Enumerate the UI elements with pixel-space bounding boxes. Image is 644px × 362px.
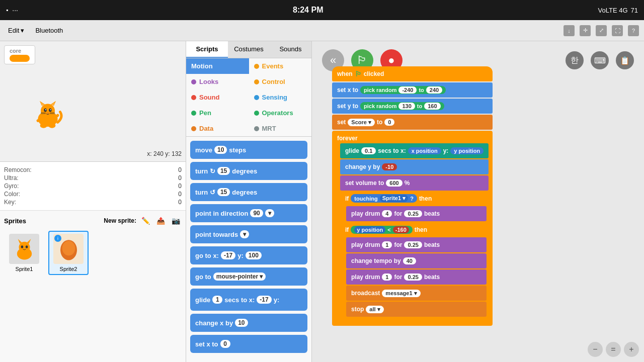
sprites-panel: Sprites New sprite: ✏️ 📤 📷 [0,211,186,362]
sb-if-body-1: play drum 4 for 0.25 beats [344,205,489,222]
svg-point-24 [25,245,28,248]
category-events[interactable]: Events [249,58,312,74]
block-move[interactable]: move 10 steps [190,141,307,159]
block-turn-ccw[interactable]: turn ↺ 15 degrees [190,183,307,201]
var-key: Key: 0 [4,198,182,206]
sb-play-drum-1[interactable]: play drum 4 for 0.25 beats [346,206,487,221]
block-goto-xy[interactable]: go to x: -17 y: 100 [190,246,307,264]
sb-change-tempo[interactable]: change tempo by 40 [346,253,487,268]
svg-point-17 [40,123,47,128]
block-point-direction[interactable]: point in direction 90 ▾ [190,204,307,222]
edit-menu[interactable]: Edit ▾ [5,25,27,36]
zoom-reset-button[interactable]: = [606,342,621,357]
tab-scripts[interactable]: Scripts [186,41,228,58]
category-data[interactable]: Data [186,121,249,136]
keyboard-icon[interactable]: ⌨ [591,51,609,69]
sb-if-touching: if touching Sprite1 ▾ ? then play drum [340,192,489,222]
mrt-dot [254,126,259,131]
block-point-towards[interactable]: point towards ▾ [190,225,307,243]
sb-set-x[interactable]: set x to pick random -240 to 240 [332,82,493,98]
motion-label: Motion [191,62,213,70]
message-dropdown[interactable]: message1 ▾ [382,290,420,297]
tab-costumes[interactable]: Costumes [228,41,270,58]
sb-set-score[interactable]: set Score ▾ to 0 [332,115,493,130]
status-right: VoLTE 4G 71 [598,7,638,14]
block-change-x[interactable]: change x by 10 [190,314,307,332]
zoom-out-button[interactable]: − [588,342,603,357]
sb-ypos-condition[interactable]: y position < -160 [351,226,412,234]
expand-icon[interactable]: ⤢ [596,25,607,36]
svg-marker-22 [27,239,31,243]
categories: Motion Events Looks Control Sound Sensin… [186,58,311,137]
toolbar: Edit ▾ Bluetooth ↓ ✛ ⤢ ⛶ ? [0,20,644,41]
sb-forever-block: forever glide 0.1 secs to x: x position … [332,131,493,326]
sb-if-body-2: play drum 1 for 0.25 beats change tempo … [344,236,489,318]
sprite-item-2[interactable]: i Sprite2 [48,231,89,275]
category-control[interactable]: Control [249,74,312,89]
sb-broadcast[interactable]: broadcast message1 ▾ [346,286,487,301]
zoom-in-button[interactable]: + [624,342,639,357]
block-goto-target[interactable]: go to mouse-pointer ▾ [190,267,307,286]
operators-label: Operators [262,109,293,117]
extension-icon[interactable]: 📋 [616,51,634,69]
var-remocon: Remocon: 0 [4,166,182,174]
sb-stop[interactable]: stop all ▾ [346,302,487,317]
sb-set-volume[interactable]: set volume to 600 % [340,175,489,191]
sb-forever-cap [332,318,489,322]
category-pen[interactable]: Pen [186,105,249,121]
category-sensing[interactable]: Sensing [249,89,312,105]
block-set-x[interactable]: set x to 0 [190,335,307,353]
control-dot [254,79,259,84]
category-looks[interactable]: Looks [186,74,249,89]
sb-pick-random-y[interactable]: pick random 130 to 160 [360,102,444,110]
sb-pick-random-x[interactable]: pick random -240 to 240 [360,86,446,94]
help-icon[interactable]: ? [628,25,639,36]
sb-touching-condition[interactable]: touching Sprite1 ▾ ? [351,194,417,203]
events-label: Events [262,62,284,70]
var-remocon-label: Remocon: [4,166,32,173]
status-time: 8:24 PM [293,6,323,15]
category-motion[interactable]: Motion [186,58,249,74]
language-icon[interactable]: 한 [566,51,584,69]
sb-play-drum-3[interactable]: play drum 1 for 0.25 beats [346,269,487,285]
category-operators[interactable]: Operators [249,105,312,121]
sb-glide[interactable]: glide 0.1 secs to x: x position y: y pos… [340,143,489,158]
control-label: Control [262,78,285,85]
sprite-item-1[interactable]: Sprite1 [4,231,44,275]
sb-set-y[interactable]: set y to pick random 130 to 160 [332,99,493,114]
svg-point-20 [19,241,30,252]
sprites-header: Sprites New sprite: ✏️ 📤 📷 [4,215,182,227]
edit-label: Edit [8,27,19,34]
sb-play-drum-2[interactable]: play drum 1 for 0.25 beats [346,237,487,252]
sb-when-clicked[interactable]: when 🏳 clicked [332,66,493,81]
block-glide[interactable]: glide 1 secs to x: -17 y: [190,289,307,311]
tab-sounds[interactable]: Sounds [270,41,311,58]
fullscreen-icon[interactable]: ⛶ [612,25,623,36]
stop-dropdown[interactable]: all ▾ [366,306,383,313]
block-turn-cw[interactable]: turn ↻ 15 degrees [190,162,307,180]
score-var-dropdown[interactable]: Score ▾ [348,119,375,126]
variables-panel: Remocon: 0 Ultra: 0 Gyro: 0 Color: 0 Key… [0,162,186,211]
var-color: Color: 0 [4,190,182,198]
download-icon[interactable]: ↓ [564,25,575,36]
paint-sprite-button[interactable]: ✏️ [139,215,151,227]
camera-sprite-button[interactable]: 📷 [170,215,182,227]
category-mrt[interactable]: MRT [249,121,312,136]
operators-dot [254,111,259,116]
move-icon[interactable]: ✛ [580,25,591,36]
category-sound[interactable]: Sound [186,89,249,105]
sound-label: Sound [199,94,219,101]
upload-sprite-button[interactable]: 📤 [154,215,167,227]
var-gyro: Gyro: 0 [4,182,182,190]
sprite-name-1: Sprite1 [7,266,41,272]
svg-point-23 [21,245,23,248]
events-dot [254,64,259,69]
blocks-list: move 10 steps turn ↻ 15 degrees turn ↺ 1… [186,137,311,362]
sb-change-y[interactable]: change y by -10 [340,159,489,174]
bluetooth-button[interactable]: Bluetooth [32,25,66,36]
sb-if-header-2: if y position < -160 then [340,223,489,236]
var-gyro-value: 0 [178,183,182,190]
pen-dot [191,111,196,116]
pen-label: Pen [199,109,211,117]
blocks-panel: Scripts Costumes Sounds Motion Events Lo… [186,41,312,362]
